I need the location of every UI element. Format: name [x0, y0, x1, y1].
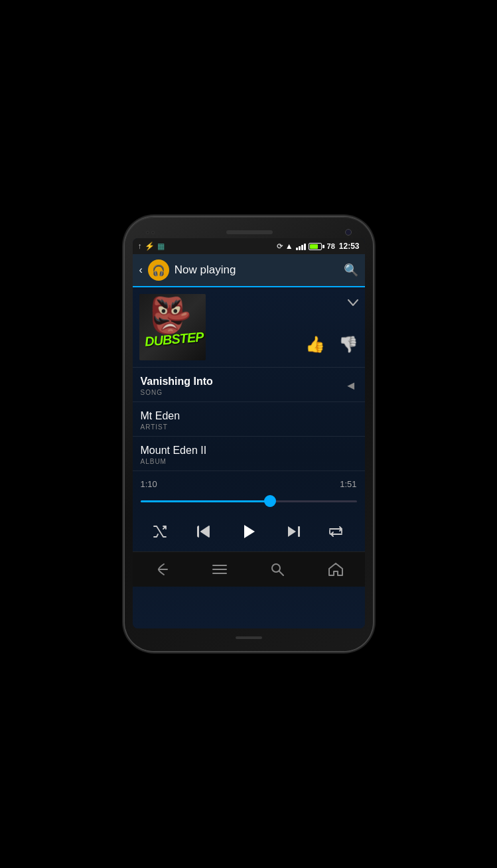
home-indicator [236, 636, 262, 639]
phone-device: ↑ ⚡ ▦ ⟳ ▲ [125, 217, 373, 651]
rotate-icon: ⟳ [277, 242, 283, 251]
track-name: Vanishing Into [141, 376, 213, 388]
album-label: ALBUM [141, 458, 357, 465]
signal-bar-1 [296, 248, 298, 250]
signal-bar-3 [301, 245, 303, 250]
prev-button[interactable] [192, 520, 216, 543]
thumb-down-button[interactable]: 👎 [338, 335, 358, 354]
track-type-label: SONG [141, 389, 213, 396]
nav-home-button[interactable] [324, 557, 348, 581]
phone-bottom-bar [133, 632, 365, 643]
nav-bar [133, 551, 365, 587]
battery-indicator [309, 243, 324, 250]
thumb-up-button[interactable]: 👍 [305, 335, 325, 354]
battery-tip [322, 245, 324, 248]
battery-level: 78 [327, 242, 335, 250]
chart-icon: ▦ [157, 242, 165, 251]
back-icon [154, 563, 169, 576]
repeat-icon [328, 525, 344, 538]
battery-body [309, 243, 322, 250]
nav-back-button[interactable] [149, 557, 173, 581]
headphone-glyph: 🎧 [152, 264, 165, 277]
thumb-buttons: 👍 👎 [305, 335, 358, 354]
current-time: 1:10 [141, 479, 157, 489]
shuffle-button[interactable] [149, 520, 173, 543]
progress-fill [141, 500, 271, 502]
artist-label: ARTIST [141, 423, 357, 431]
lightning-icon: ⚡ [145, 242, 155, 251]
search-button[interactable]: 🔍 [344, 263, 358, 277]
main-content: 👺 DUBSTEP 👍 👎 [133, 287, 365, 628]
sensor-dot-1 [146, 231, 149, 234]
battery-fill [310, 244, 318, 249]
artist-info: Mt Eden ARTIST [133, 402, 365, 437]
mask-figure: 👺 [149, 295, 192, 336]
dropdown-button[interactable] [348, 297, 358, 309]
nav-menu-button[interactable] [208, 557, 232, 581]
signal-bars [296, 242, 306, 250]
svg-rect-0 [197, 526, 199, 537]
svg-rect-1 [298, 526, 300, 537]
shuffle-icon [153, 526, 168, 538]
speaker-grille [226, 230, 273, 234]
progress-bar-container[interactable] [141, 494, 357, 508]
album-art-inner: 👺 DUBSTEP [139, 294, 206, 360]
sensor-dot-2 [151, 231, 155, 234]
status-time: 12:53 [339, 242, 360, 251]
album-right: 👍 👎 [212, 294, 358, 354]
track-details: Vanishing Into SONG [141, 376, 213, 396]
status-bar: ↑ ⚡ ▦ ⟳ ▲ [133, 238, 365, 254]
skip-prev-icon [196, 526, 212, 538]
menu-icon [212, 564, 227, 575]
upload-icon: ↑ [138, 242, 142, 251]
artist-name: Mt Eden [141, 410, 357, 422]
album-section: 👺 DUBSTEP 👍 👎 [133, 287, 365, 368]
front-camera [345, 229, 352, 236]
status-right: ⟳ ▲ 78 12:53 [277, 242, 360, 251]
app-header: ‹ 🎧 Now playing 🔍 [133, 254, 365, 287]
sensor-dots [146, 231, 155, 234]
play-button[interactable] [235, 518, 261, 545]
repeat-button[interactable] [324, 520, 348, 543]
album-name: Mount Eden II [141, 445, 357, 457]
progress-thumb[interactable] [264, 495, 276, 507]
playback-controls [133, 510, 365, 551]
signal-bar-4 [304, 244, 306, 250]
home-icon [328, 563, 343, 576]
app-title: Now playing [175, 263, 338, 277]
wifi-icon: ▲ [285, 242, 293, 251]
next-button[interactable] [281, 520, 305, 543]
album-art: 👺 DUBSTEP [139, 294, 206, 360]
signal-bar-2 [299, 246, 301, 250]
phone-top-notch [133, 225, 365, 238]
headphone-icon: 🎧 [148, 259, 169, 281]
chevron-down-icon [348, 299, 358, 306]
progress-track [141, 500, 357, 502]
status-left-icons: ↑ ⚡ ▦ [138, 242, 165, 251]
track-info: Vanishing Into SONG ◄ [133, 368, 365, 402]
time-row: 1:10 1:51 [141, 479, 357, 489]
nav-search-button[interactable] [265, 557, 289, 581]
total-time: 1:51 [340, 479, 356, 489]
search-icon [271, 563, 284, 576]
signal-icon: ◄ [345, 379, 357, 393]
svg-point-5 [272, 564, 280, 572]
album-info-section: Mount Eden II ALBUM [133, 437, 365, 471]
skip-next-icon [285, 526, 301, 538]
svg-line-6 [279, 571, 283, 575]
play-icon [239, 522, 257, 541]
phone-screen: ↑ ⚡ ▦ ⟳ ▲ [133, 238, 365, 628]
progress-section: 1:10 1:51 [133, 471, 365, 510]
back-button[interactable]: ‹ [139, 264, 143, 276]
